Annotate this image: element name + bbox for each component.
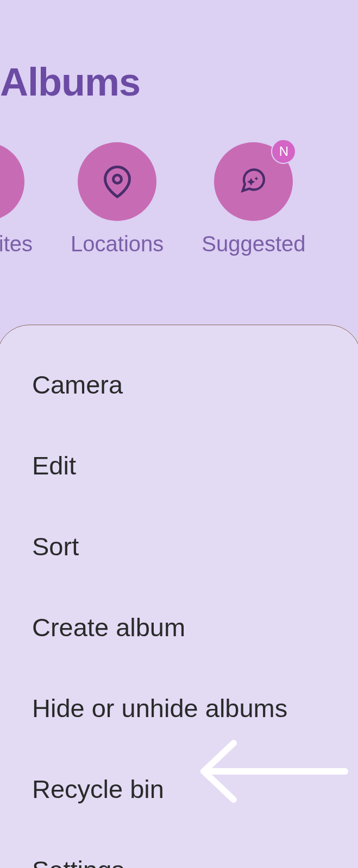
sparkle-chat-icon bbox=[236, 166, 271, 198]
locations-circle bbox=[78, 142, 156, 221]
menu-item-sort[interactable]: Sort bbox=[32, 506, 344, 587]
category-suggested[interactable]: N Suggested bbox=[202, 142, 305, 256]
menu-item-camera[interactable]: Camera bbox=[32, 344, 344, 425]
categories-row: ourites Locations N Suggested bbox=[0, 104, 358, 256]
new-badge: N bbox=[271, 139, 296, 164]
context-menu: Camera Edit Sort Create album Hide or un… bbox=[0, 325, 358, 868]
pin-icon bbox=[101, 163, 134, 200]
menu-item-create-album[interactable]: Create album bbox=[32, 587, 344, 668]
menu-item-settings[interactable]: Settings bbox=[32, 829, 344, 868]
category-label: Locations bbox=[71, 232, 164, 256]
menu-item-edit[interactable]: Edit bbox=[32, 425, 344, 506]
category-label: Suggested bbox=[202, 232, 305, 256]
suggested-circle: N bbox=[214, 142, 293, 221]
category-locations[interactable]: Locations bbox=[71, 142, 164, 256]
menu-item-recycle-bin[interactable]: Recycle bin bbox=[32, 749, 344, 829]
category-favourites[interactable]: ourites bbox=[0, 142, 33, 256]
svg-point-0 bbox=[113, 175, 121, 183]
menu-item-hide-unhide[interactable]: Hide or unhide albums bbox=[32, 668, 344, 749]
favourites-circle bbox=[0, 142, 24, 221]
page-title: Albums bbox=[0, 0, 358, 104]
category-label: ourites bbox=[0, 232, 33, 256]
